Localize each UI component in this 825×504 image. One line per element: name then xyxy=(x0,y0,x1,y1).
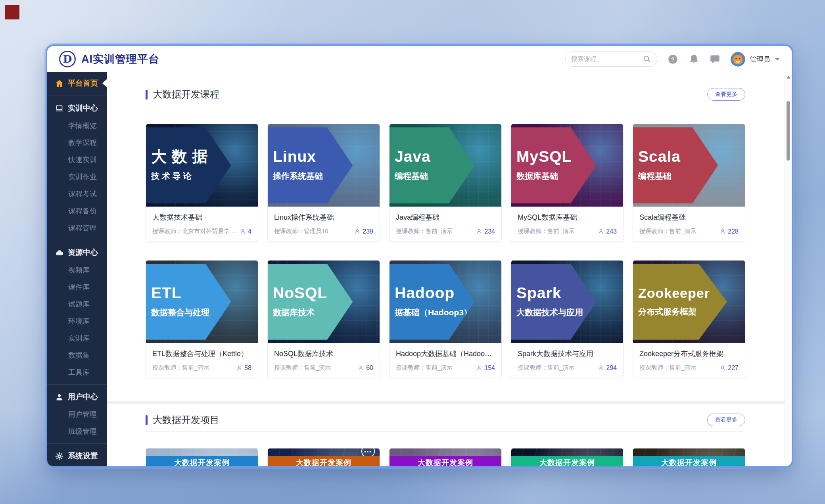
sidebar-section-training-center[interactable]: 实训中心 xyxy=(47,100,107,117)
chevron-down-icon[interactable] xyxy=(775,58,780,61)
person-icon xyxy=(358,365,364,371)
project-banner: 大数据开发案例 xyxy=(389,456,501,466)
course-cover: NoSQL 数据库技术 xyxy=(268,261,380,343)
project-cover: 大数据开发案例 xyxy=(146,448,258,466)
scrollbar-track[interactable] xyxy=(785,72,792,466)
course-card[interactable]: NoSQL 数据库技术 NoSQL数据库技术 授课教师：售前_演示 60 xyxy=(267,260,380,378)
user-icon xyxy=(55,393,63,401)
course-cover: 大 数 据 技 术 导 论 xyxy=(146,124,258,207)
cover-subtitle: 数据库技术 xyxy=(273,307,353,318)
bell-icon[interactable] xyxy=(689,54,699,65)
sidebar-item-class-management[interactable]: 班级管理 xyxy=(47,423,107,440)
cover-subtitle: 编程基础 xyxy=(395,171,474,182)
scrollbar-thumb[interactable] xyxy=(787,101,790,161)
project-card[interactable]: 大数据开发案例 xyxy=(633,448,745,466)
view-more-button[interactable]: 查看更多 xyxy=(707,88,745,101)
section-separator xyxy=(107,401,785,404)
course-title: NoSQL数据库技术 xyxy=(274,349,373,358)
sidebar-item-question-library[interactable]: 试题库 xyxy=(47,295,107,312)
sidebar-section-system-settings[interactable]: 系统设置 xyxy=(47,447,107,465)
course-cover: Spark 大数据技术与应用 xyxy=(511,261,623,343)
cover-subtitle: 操作系统基础 xyxy=(273,171,353,182)
view-more-button[interactable]: 查看更多 xyxy=(707,414,745,426)
sidebar-item-training-library[interactable]: 实训库 xyxy=(47,330,107,347)
sidebar-item-course-exam[interactable]: 课程考试 xyxy=(47,185,107,202)
user-avatar[interactable] xyxy=(731,52,745,67)
sidebar-item-dataset[interactable]: 数据集 xyxy=(47,347,107,364)
help-icon[interactable]: ? xyxy=(668,54,678,65)
sidebar-section-resource-center[interactable]: 资源中心 xyxy=(47,244,107,261)
sidebar-item-course-management[interactable]: 课程管理 xyxy=(47,219,107,236)
sidebar-section-user-center[interactable]: 用户中心 xyxy=(47,388,107,406)
sidebar-item-environment-library[interactable]: 环境库 xyxy=(47,312,107,330)
course-card[interactable]: Zookeeper 分布式服务框架 Zookeeper分布式服务框架 授课教师：… xyxy=(633,260,745,378)
course-row-2: ETL 数据整合与处理 ETL数据整合与处理（Kettle） 授课教师：售前_演… xyxy=(146,260,745,378)
person-icon xyxy=(719,365,726,371)
sidebar-item-platform-home[interactable]: 平台首页 xyxy=(47,75,107,92)
user-name[interactable]: 管理员 xyxy=(750,55,770,64)
course-teacher: 授课教师：管理员10 xyxy=(274,228,354,235)
cover-title: 大 数 据 xyxy=(151,149,231,164)
student-count: 243 xyxy=(598,228,617,235)
section-header-projects: 大数据开发项目 查看更多 xyxy=(146,414,745,432)
course-cover: ETL 数据整合与处理 xyxy=(146,261,258,343)
main-scroll-region: 大数据开发课程 查看更多 大 数 据 技 术 导 论 大数据技术基础 xyxy=(107,72,785,466)
sidebar-item-training-homework[interactable]: 实训作业 xyxy=(47,168,107,185)
cover-arrow: 大 数 据 技 术 导 论 xyxy=(146,127,231,203)
cover-arrow: Linux 操作系统基础 xyxy=(268,127,353,203)
active-notch xyxy=(102,79,107,88)
cover-subtitle: 大数据技术与应用 xyxy=(516,307,596,318)
cover-arrow: ETL 数据整合与处理 xyxy=(146,264,231,339)
project-card[interactable]: 大数据开发案例 xyxy=(146,448,258,466)
search-input[interactable] xyxy=(571,56,643,63)
search-box[interactable] xyxy=(565,52,657,67)
title-accent-bar xyxy=(146,415,148,425)
student-count: 154 xyxy=(476,364,495,372)
course-card[interactable]: 大 数 据 技 术 导 论 大数据技术基础 授课教师：北京市对外贸易学校教...… xyxy=(146,124,258,242)
app-title: AI实训管理平台 xyxy=(81,52,159,66)
course-title: ETL数据整合与处理（Kettle） xyxy=(152,349,251,358)
student-count: 239 xyxy=(354,228,373,235)
project-banner: 大数据开发案例 xyxy=(633,456,745,466)
project-card[interactable]: 大数据开发案例 xyxy=(389,448,502,466)
person-icon xyxy=(354,228,361,235)
course-cover: Linux 操作系统基础 xyxy=(268,124,380,207)
sidebar-divider xyxy=(47,443,107,444)
course-card[interactable]: Linux 操作系统基础 Linux操作系统基础 授课教师：管理员10 239 xyxy=(267,124,380,242)
cover-subtitle: 编程基础 xyxy=(638,171,718,182)
scroll-up-arrow-icon[interactable] xyxy=(787,76,790,79)
sidebar-divider xyxy=(47,96,107,96)
cover-title: MySQL xyxy=(516,149,596,164)
app-header: D AI实训管理平台 ? xyxy=(47,46,792,72)
sidebar-item-course-backup[interactable]: 课程备份 xyxy=(47,202,107,219)
course-teacher: 授课教师：售前_演示 xyxy=(396,228,476,235)
sidebar-item-teaching-courses[interactable]: 教学课程 xyxy=(47,134,107,151)
course-card[interactable]: Java 编程基础 Java编程基础 授课教师：售前_演示 234 xyxy=(389,124,502,242)
sidebar-item-tool-library[interactable]: 工具库 xyxy=(47,364,107,381)
sidebar-item-courseware-library[interactable]: 课件库 xyxy=(47,278,107,295)
cover-arrow: Java 编程基础 xyxy=(389,127,474,203)
message-icon[interactable] xyxy=(710,54,720,65)
course-cover: Zookeeper 分布式服务框架 xyxy=(633,261,745,343)
course-cover: Hadoop 据基础（Hadoop3） xyxy=(389,261,501,343)
sidebar-item-study-overview[interactable]: 学情概览 xyxy=(47,117,107,134)
person-icon xyxy=(598,365,604,371)
course-title: Hadoop大数据基础（Hadoop3） xyxy=(396,349,495,358)
sidebar-item-quick-training[interactable]: 快速实训 xyxy=(47,151,107,168)
course-card[interactable]: Hadoop 据基础（Hadoop3） Hadoop大数据基础（Hadoop3）… xyxy=(389,260,502,378)
course-card[interactable]: MySQL 数据库基础 MySQL数据库基础 授课教师：售前_演示 243 xyxy=(511,124,624,242)
project-card[interactable]: 大数据开发案例 xyxy=(511,448,624,466)
project-cover: ••• 大数据开发案例 xyxy=(268,448,380,466)
course-card[interactable]: Spark 大数据技术与应用 Spark大数据技术与应用 授课教师：售前_演示 … xyxy=(511,260,624,378)
course-teacher: 授课教师：售前_演示 xyxy=(639,364,719,372)
course-card[interactable]: ETL 数据整合与处理 ETL数据整合与处理（Kettle） 授课教师：售前_演… xyxy=(146,260,258,378)
person-icon xyxy=(598,228,604,235)
section-title: 大数据开发项目 xyxy=(146,414,219,426)
course-card[interactable]: Scala 编程基础 Scala编程基础 授课教师：售前_演示 228 xyxy=(633,124,745,242)
project-row: 大数据开发案例 ••• 大数据开发案例 大数据开发案例 xyxy=(146,448,745,466)
search-icon[interactable] xyxy=(643,55,651,63)
sidebar-item-user-management[interactable]: 用户管理 xyxy=(47,406,107,423)
course-title: Scala编程基础 xyxy=(639,213,739,222)
project-card[interactable]: ••• 大数据开发案例 xyxy=(267,448,380,466)
sidebar-item-video-library[interactable]: 视频库 xyxy=(47,261,107,278)
